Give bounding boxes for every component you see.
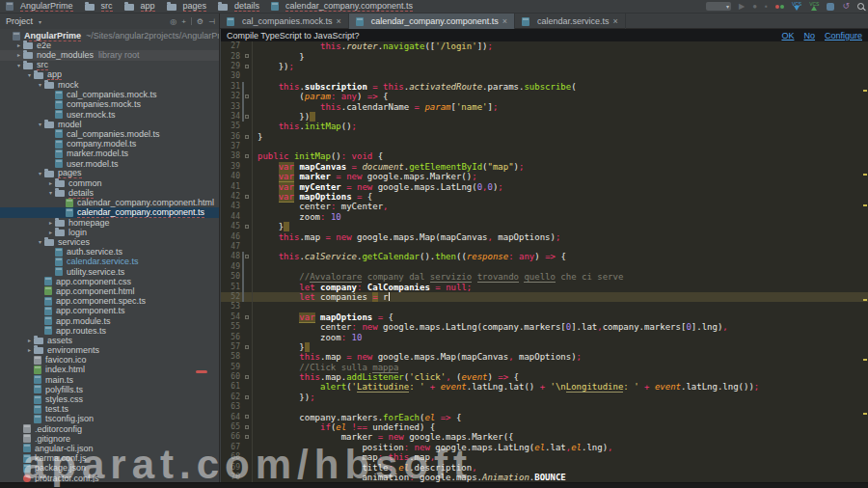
tree-arrow-icon[interactable]: ▾ <box>46 188 55 198</box>
project-panel-header[interactable]: Project ▾ ◎ + ⚙ ⊣ <box>0 14 220 29</box>
code-line[interactable]: 43 center: myCenter, <box>221 202 868 211</box>
settings-gear-icon[interactable]: ⚙ <box>197 17 203 26</box>
gutter[interactable] <box>240 142 253 151</box>
tree-row[interactable]: ▸environments <box>0 345 219 355</box>
gutter[interactable] <box>240 192 253 202</box>
code-line[interactable]: 59 //Click sulla mappa <box>221 363 868 372</box>
tree-row[interactable]: app.routes.ts <box>0 326 219 336</box>
gutter[interactable] <box>240 262 253 272</box>
tree-row[interactable]: utility.service.ts <box>0 267 219 277</box>
tree-arrow-icon[interactable]: ▸ <box>46 178 55 188</box>
code-line[interactable]: 46 this.map = new google.maps.Map(mapCan… <box>221 231 868 241</box>
tree-arrow-icon[interactable]: ▸ <box>14 41 23 50</box>
code-line[interactable]: 65 if(el !== undefined) { <box>221 422 868 432</box>
coverage-icon[interactable] <box>775 5 784 9</box>
fold-marker-icon[interactable] <box>245 315 249 319</box>
gutter[interactable] <box>240 292 253 302</box>
editor-tab[interactable]: cal_companies.mock.ts× <box>220 14 349 29</box>
gutter[interactable] <box>240 41 253 51</box>
fold-marker-icon[interactable] <box>245 435 249 439</box>
fold-marker-icon[interactable] <box>245 225 249 229</box>
code-line[interactable]: 53 <box>221 302 868 312</box>
stop-icon[interactable]: ▪ <box>765 3 768 11</box>
gutter[interactable] <box>240 162 253 172</box>
tree-arrow-icon[interactable]: ▸ <box>46 228 55 237</box>
gutter[interactable] <box>240 342 253 352</box>
run-icon[interactable]: ▶ <box>739 3 745 11</box>
tree-row[interactable]: ▾pages <box>0 169 219 178</box>
editor-tab[interactable]: calendar.service.ts× <box>515 14 626 29</box>
fold-marker-icon[interactable] <box>245 154 249 158</box>
tree-row[interactable]: cal_companies.mock.ts <box>0 90 219 99</box>
tree-row[interactable]: ▸homepage <box>0 218 219 228</box>
tree-row[interactable]: ▸common <box>0 178 219 188</box>
code-line[interactable]: 45 } <box>221 222 868 231</box>
gutter[interactable] <box>240 231 253 241</box>
notification-action-no[interactable]: No <box>803 31 815 41</box>
gutter[interactable] <box>240 393 253 402</box>
code-line[interactable]: 42 var mapOptions = { <box>221 192 868 202</box>
tree-arrow-icon[interactable]: ▾ <box>36 80 44 90</box>
tree-row[interactable]: test.ts <box>0 404 219 414</box>
tree-row[interactable]: index.html <box>0 365 219 374</box>
tree-row[interactable]: user.model.ts <box>0 158 219 168</box>
fold-marker-icon[interactable] <box>245 345 249 349</box>
code-line[interactable]: 63 <box>221 402 868 412</box>
breadcrumb-item[interactable]: app <box>124 1 155 12</box>
vcs-commit-icon[interactable]: VCS <box>809 2 819 11</box>
code-line[interactable]: 55 center: new google.maps.LatLng(compan… <box>221 322 868 332</box>
tree-row[interactable]: auth.service.ts <box>0 247 219 257</box>
code-line[interactable]: 62 }); <box>221 393 868 402</box>
tree-arrow-icon[interactable]: ▾ <box>36 120 44 129</box>
code-line[interactable]: 35 this.initMap(); <box>221 122 868 131</box>
gutter[interactable] <box>240 51 253 61</box>
tree-row[interactable]: main.ts <box>0 375 219 385</box>
code-line[interactable]: 34 }) <box>221 112 868 122</box>
code-line[interactable]: 44 zoom: 10 <box>221 212 868 222</box>
code-line[interactable]: 41 var myCenter = new google.maps.LatLng… <box>221 181 868 191</box>
gutter[interactable] <box>240 242 253 252</box>
locate-file-icon[interactable]: ◎ <box>170 17 176 26</box>
vcs-update-icon[interactable]: VCS <box>792 2 801 11</box>
tab-close-icon[interactable]: × <box>613 17 618 26</box>
tree-row[interactable]: app.component.html <box>0 286 219 296</box>
tree-row[interactable]: user.mock.ts <box>0 110 219 120</box>
gutter[interactable] <box>240 212 253 222</box>
gutter[interactable] <box>240 422 253 432</box>
gutter[interactable] <box>240 112 253 122</box>
fold-marker-icon[interactable] <box>245 115 249 119</box>
code-line[interactable]: 64 company.markers.forEach(el => { <box>221 412 868 421</box>
code-line[interactable]: 54 var mapOptions = { <box>221 312 868 322</box>
search-icon[interactable] <box>857 3 864 10</box>
gutter[interactable] <box>240 332 253 341</box>
tree-row[interactable]: AngularPrime~/Sites/angular2projects/Ang… <box>0 31 219 41</box>
gutter[interactable] <box>240 92 253 101</box>
gutter[interactable] <box>240 352 253 362</box>
fold-marker-icon[interactable] <box>245 415 249 419</box>
gutter[interactable] <box>240 181 253 191</box>
code-line[interactable]: 31 this.subscription = this.activatedRou… <box>221 82 868 92</box>
tree-row[interactable]: calendar_company.component.html <box>0 198 219 207</box>
code-line[interactable]: 57 } <box>221 342 868 352</box>
code-line[interactable]: 58 this.map = new google.maps.Map(mapCan… <box>221 352 868 362</box>
gutter[interactable] <box>240 122 253 131</box>
code-line[interactable]: 28 } <box>221 51 868 61</box>
code-line[interactable]: 50 //Avvalorare company dal servizio tro… <box>221 272 868 282</box>
tree-arrow-icon[interactable]: ▸ <box>25 336 34 345</box>
debug-icon[interactable]: ● <box>752 3 757 11</box>
tree-row[interactable]: ▾mock <box>0 80 219 90</box>
tree-row[interactable]: companies.mock.ts <box>0 99 219 109</box>
project-tree[interactable]: AngularPrime~/Sites/angular2projects/Ang… <box>0 29 220 488</box>
gutter[interactable] <box>240 71 253 81</box>
code-line[interactable]: 60 this.map.addListener('click', (event)… <box>221 372 868 382</box>
code-line[interactable]: 38public initMap(): void { <box>221 151 868 161</box>
code-line[interactable]: 49 <box>221 262 868 272</box>
tree-arrow-icon[interactable]: ▸ <box>46 218 55 228</box>
tree-row[interactable]: ▸assets <box>0 336 219 345</box>
tree-row[interactable]: ▾app <box>0 70 219 80</box>
code-line[interactable]: 39 var mapCanvas = document.getElementBy… <box>221 162 868 172</box>
fold-marker-icon[interactable] <box>245 375 249 379</box>
tree-row[interactable]: app.component.spec.ts <box>0 296 219 306</box>
tree-row[interactable]: app.component.ts <box>0 306 219 315</box>
code-line[interactable]: 33 this.calendarName = param['name']; <box>221 101 868 111</box>
